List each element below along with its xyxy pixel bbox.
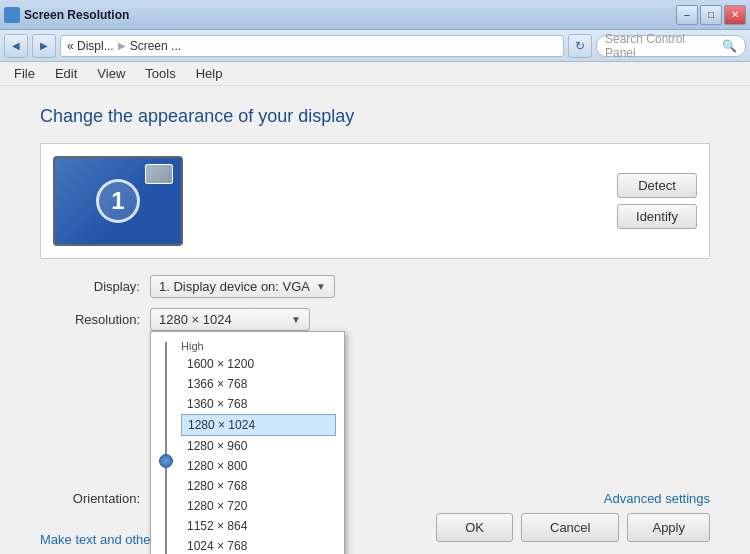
address-bar: ◀ ▶ « Displ... ▶ Screen ... ↻ Search Con… xyxy=(0,30,750,62)
res-item-6[interactable]: 1280 × 768 xyxy=(181,476,336,496)
display-panel: 1 Detect Identify xyxy=(40,143,710,259)
resolution-dropdown-list: High 1600 × 1200 1366 × 768 1360 × 768 1… xyxy=(150,331,345,554)
settings-area: Display: 1. Display device on: VGA ▼ Res… xyxy=(40,275,710,524)
breadcrumb-part1: « Displ... xyxy=(67,39,114,53)
breadcrumb-part2: Screen ... xyxy=(130,39,181,53)
monitor-image: 1 xyxy=(53,156,183,246)
menu-edit[interactable]: Edit xyxy=(49,64,83,83)
res-item-8[interactable]: 1152 × 864 xyxy=(181,516,336,536)
monitor-number: 1 xyxy=(96,179,140,223)
resolution-value: 1280 × 1024 xyxy=(159,312,232,327)
breadcrumb[interactable]: « Displ... ▶ Screen ... xyxy=(60,35,564,57)
resolution-control: 1280 × 1024 ▼ High 1600 × 1200 xyxy=(150,308,310,331)
slider-track[interactable] xyxy=(159,338,173,554)
menu-tools[interactable]: Tools xyxy=(139,64,181,83)
dropdown-slider-area: High 1600 × 1200 1366 × 768 1360 × 768 1… xyxy=(151,332,344,554)
minimize-button[interactable]: – xyxy=(676,5,698,25)
refresh-button[interactable]: ↻ xyxy=(568,34,592,58)
title-bar: Screen Resolution – □ ✕ xyxy=(0,0,750,30)
res-item-1[interactable]: 1366 × 768 xyxy=(181,374,336,394)
resolution-dropdown[interactable]: 1280 × 1024 ▼ xyxy=(150,308,310,331)
detect-button[interactable]: Detect xyxy=(617,173,697,198)
res-label-high: High xyxy=(181,338,336,354)
menu-bar: File Edit View Tools Help xyxy=(0,62,750,86)
display-dropdown-arrow: ▼ xyxy=(316,281,326,292)
res-item-7[interactable]: 1280 × 720 xyxy=(181,496,336,516)
menu-help[interactable]: Help xyxy=(190,64,229,83)
resolution-list: High 1600 × 1200 1366 × 768 1360 × 768 1… xyxy=(181,338,336,554)
slider-line xyxy=(165,342,167,554)
display-label: Display: xyxy=(40,279,150,294)
bottom-buttons: OK Cancel Apply xyxy=(396,501,750,554)
app-icon xyxy=(4,7,20,23)
res-item-3[interactable]: 1280 × 1024 xyxy=(181,414,336,436)
display-value: 1. Display device on: VGA xyxy=(159,279,310,294)
search-placeholder: Search Control Panel xyxy=(605,32,718,60)
display-control: 1. Display device on: VGA ▼ xyxy=(150,275,335,298)
res-item-5[interactable]: 1280 × 800 xyxy=(181,456,336,476)
back-button[interactable]: ◀ xyxy=(4,34,28,58)
res-item-4[interactable]: 1280 × 960 xyxy=(181,436,336,456)
resolution-row: Resolution: 1280 × 1024 ▼ xyxy=(40,308,710,331)
search-icon: 🔍 xyxy=(722,39,737,53)
orientation-label: Orientation: xyxy=(40,491,150,506)
display-dropdown[interactable]: 1. Display device on: VGA ▼ xyxy=(150,275,335,298)
res-item-9[interactable]: 1024 × 768 xyxy=(181,536,336,554)
identify-button[interactable]: Identify xyxy=(617,204,697,229)
res-item-2[interactable]: 1360 × 768 xyxy=(181,394,336,414)
apply-button[interactable]: Apply xyxy=(627,513,710,542)
ok-button[interactable]: OK xyxy=(436,513,513,542)
resolution-label: Resolution: xyxy=(40,312,150,327)
maximize-button[interactable]: □ xyxy=(700,5,722,25)
title-bar-text: Screen Resolution xyxy=(24,8,129,22)
detect-buttons: Detect Identify xyxy=(617,173,697,229)
title-bar-controls: – □ ✕ xyxy=(676,5,746,25)
resolution-dropdown-arrow: ▼ xyxy=(291,314,301,325)
display-row: Display: 1. Display device on: VGA ▼ xyxy=(40,275,710,298)
menu-view[interactable]: View xyxy=(91,64,131,83)
search-bar[interactable]: Search Control Panel 🔍 xyxy=(596,35,746,57)
breadcrumb-separator: ▶ xyxy=(118,40,126,51)
menu-file[interactable]: File xyxy=(8,64,41,83)
monitor-mini-icon xyxy=(145,164,173,184)
forward-button[interactable]: ▶ xyxy=(32,34,56,58)
cancel-button[interactable]: Cancel xyxy=(521,513,619,542)
slider-thumb[interactable] xyxy=(159,454,173,468)
close-button[interactable]: ✕ xyxy=(724,5,746,25)
res-item-0[interactable]: 1600 × 1200 xyxy=(181,354,336,374)
page-title: Change the appearance of your display xyxy=(40,106,710,127)
main-content: Change the appearance of your display 1 … xyxy=(0,86,750,554)
